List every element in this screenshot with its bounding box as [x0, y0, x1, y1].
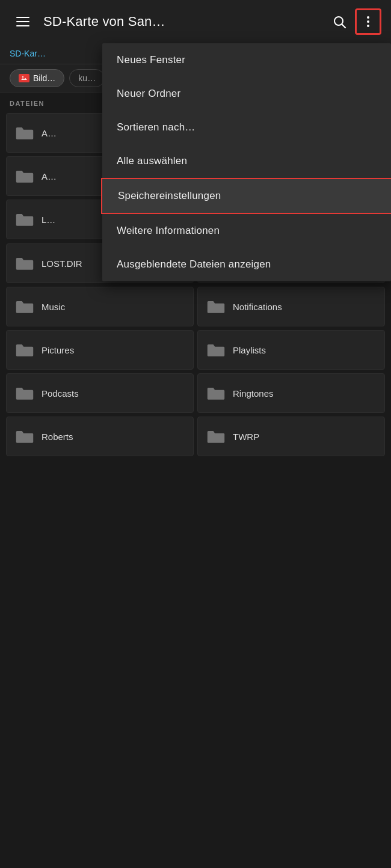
image-chip-icon — [19, 74, 29, 82]
folder-icon — [206, 298, 226, 315]
folder-icon — [15, 124, 34, 141]
hamburger-icon — [16, 17, 29, 26]
menu-item-neues-fenster[interactable]: Neues Fenster — [102, 43, 391, 77]
breadcrumb-text[interactable]: SD-Kar… — [10, 49, 46, 58]
menu-item-weitere-info[interactable]: Weitere Informationen — [102, 214, 391, 248]
folder-icon — [15, 385, 34, 402]
menu-item-speichereinstellungen[interactable]: Speichereinstellungen — [101, 178, 391, 214]
folder-name: L… — [42, 215, 55, 225]
folder-icon — [15, 298, 34, 315]
folder-name: Notifications — [233, 302, 282, 312]
folder-icon — [206, 341, 226, 358]
folder-name: LOST.DIR — [42, 258, 82, 269]
app-bar: SD-Karte von San… — [0, 0, 391, 43]
svg-rect-5 — [20, 75, 28, 81]
filter-chip-images-label: Bild… — [33, 73, 55, 83]
context-menu: Neues Fenster Neuer Ordner Sortieren nac… — [102, 43, 391, 281]
menu-item-sortieren[interactable]: Sortieren nach… — [102, 111, 391, 144]
folder-icon — [15, 211, 34, 228]
folder-icon — [15, 168, 34, 185]
menu-item-alle-auswaehlen[interactable]: Alle auswählen — [102, 144, 391, 178]
filter-chip-images[interactable]: Bild… — [10, 69, 64, 87]
folder-icon — [15, 428, 34, 445]
folder-name: Roberts — [42, 432, 73, 442]
list-item[interactable]: Roberts — [6, 417, 194, 456]
folder-name: Pictures — [42, 345, 74, 355]
filter-chip-other-label: ku… — [78, 73, 96, 83]
menu-item-neuer-ordner[interactable]: Neuer Ordner — [102, 77, 391, 111]
folder-icon — [206, 428, 226, 445]
folder-name: Music — [42, 302, 65, 312]
search-icon — [332, 14, 346, 29]
list-item[interactable]: Pictures — [6, 330, 194, 370]
folder-name: Ringtones — [233, 388, 274, 399]
overflow-icon — [361, 14, 375, 29]
overflow-menu-button[interactable] — [355, 8, 381, 35]
folder-name: A… — [42, 128, 57, 138]
list-item[interactable]: Ringtones — [197, 373, 385, 413]
menu-item-ausgeblendete[interactable]: Ausgeblendete Dateien anzeigen — [102, 248, 391, 281]
app-bar-title: SD-Karte von San… — [43, 14, 326, 29]
folder-icon — [206, 385, 226, 402]
search-button[interactable] — [326, 8, 353, 35]
hamburger-menu-button[interactable] — [10, 8, 36, 35]
svg-point-6 — [22, 76, 23, 78]
filter-chip-other[interactable]: ku… — [69, 69, 105, 87]
folder-name: Podcasts — [42, 388, 79, 399]
list-item[interactable]: Playlists — [197, 330, 385, 370]
folder-name: Playlists — [233, 345, 266, 355]
folder-icon — [15, 341, 34, 358]
list-item[interactable]: TWRP — [197, 417, 385, 456]
svg-line-1 — [342, 25, 346, 28]
svg-point-2 — [367, 16, 369, 19]
svg-point-3 — [367, 20, 369, 23]
folder-name: TWRP — [233, 432, 259, 442]
folder-icon — [15, 255, 34, 272]
list-item[interactable]: Podcasts — [6, 373, 194, 413]
svg-point-4 — [367, 25, 369, 27]
list-item[interactable]: Music — [6, 287, 194, 326]
list-item[interactable]: Notifications — [197, 287, 385, 326]
app-bar-actions — [326, 8, 381, 35]
folder-name: A… — [42, 171, 57, 182]
